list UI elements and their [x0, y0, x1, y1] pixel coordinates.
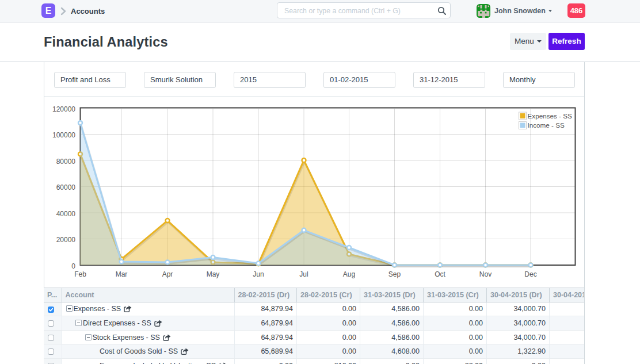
svg-text:Oct: Oct: [435, 270, 445, 278]
svg-text:Feb: Feb: [74, 270, 86, 278]
svg-text:Nov: Nov: [479, 270, 492, 278]
svg-text:Dec: Dec: [524, 270, 536, 278]
svg-text:Apr: Apr: [162, 270, 173, 278]
svg-text:Expenses - SS: Expenses - SS: [528, 112, 573, 120]
svg-text:20000: 20000: [56, 236, 76, 244]
svg-text:0: 0: [71, 262, 75, 270]
svg-text:Sep: Sep: [388, 270, 401, 278]
svg-text:40000: 40000: [56, 210, 76, 218]
svg-text:60000: 60000: [56, 183, 76, 191]
svg-text:Income - SS: Income - SS: [528, 121, 565, 129]
svg-text:Mar: Mar: [116, 270, 128, 278]
svg-text:Jul: Jul: [299, 270, 308, 278]
svg-text:80000: 80000: [56, 158, 76, 166]
svg-text:Jun: Jun: [253, 270, 264, 278]
svg-text:May: May: [207, 270, 220, 278]
svg-text:Aug: Aug: [343, 270, 355, 278]
svg-text:120000: 120000: [52, 105, 75, 113]
svg-text:100000: 100000: [52, 131, 75, 139]
